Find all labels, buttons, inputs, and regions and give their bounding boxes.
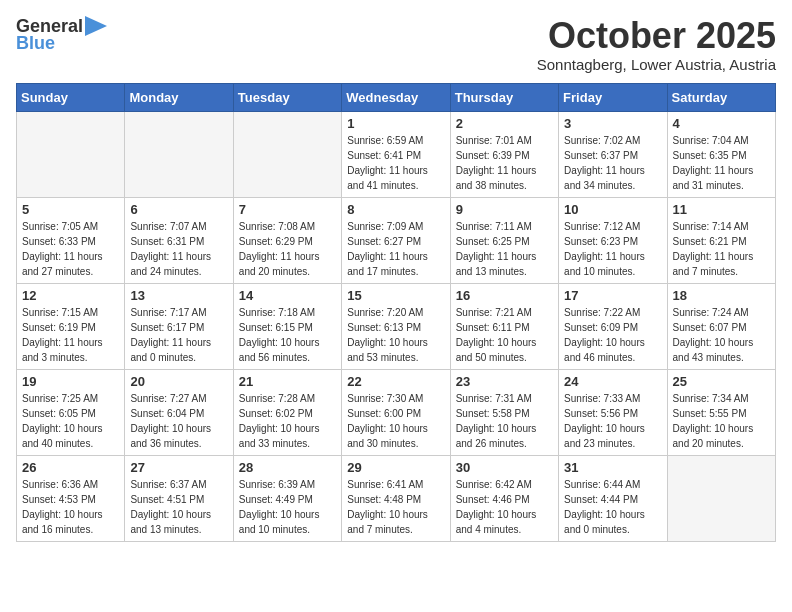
- day-info: Sunrise: 7:17 AMSunset: 6:17 PMDaylight:…: [130, 305, 227, 365]
- col-wednesday: Wednesday: [342, 83, 450, 111]
- month-title: October 2025: [537, 16, 776, 56]
- day-info: Sunrise: 7:25 AMSunset: 6:05 PMDaylight:…: [22, 391, 119, 451]
- table-row: 16Sunrise: 7:21 AMSunset: 6:11 PMDayligh…: [450, 283, 558, 369]
- day-number: 25: [673, 374, 770, 389]
- day-info: Sunrise: 6:39 AMSunset: 4:49 PMDaylight:…: [239, 477, 336, 537]
- day-number: 30: [456, 460, 553, 475]
- day-info: Sunrise: 7:12 AMSunset: 6:23 PMDaylight:…: [564, 219, 661, 279]
- table-row: 7Sunrise: 7:08 AMSunset: 6:29 PMDaylight…: [233, 197, 341, 283]
- table-row: 2Sunrise: 7:01 AMSunset: 6:39 PMDaylight…: [450, 111, 558, 197]
- day-number: 24: [564, 374, 661, 389]
- day-info: Sunrise: 7:15 AMSunset: 6:19 PMDaylight:…: [22, 305, 119, 365]
- title-block: October 2025 Sonntagberg, Lower Austria,…: [537, 16, 776, 73]
- day-number: 22: [347, 374, 444, 389]
- day-number: 21: [239, 374, 336, 389]
- day-number: 28: [239, 460, 336, 475]
- table-row: 19Sunrise: 7:25 AMSunset: 6:05 PMDayligh…: [17, 369, 125, 455]
- day-number: 4: [673, 116, 770, 131]
- col-sunday: Sunday: [17, 83, 125, 111]
- day-info: Sunrise: 7:08 AMSunset: 6:29 PMDaylight:…: [239, 219, 336, 279]
- table-row: [125, 111, 233, 197]
- day-number: 1: [347, 116, 444, 131]
- calendar-week-5: 26Sunrise: 6:36 AMSunset: 4:53 PMDayligh…: [17, 455, 776, 541]
- day-number: 23: [456, 374, 553, 389]
- table-row: 23Sunrise: 7:31 AMSunset: 5:58 PMDayligh…: [450, 369, 558, 455]
- day-info: Sunrise: 7:18 AMSunset: 6:15 PMDaylight:…: [239, 305, 336, 365]
- logo: General Blue: [16, 16, 107, 54]
- day-number: 11: [673, 202, 770, 217]
- table-row: 26Sunrise: 6:36 AMSunset: 4:53 PMDayligh…: [17, 455, 125, 541]
- day-info: Sunrise: 6:59 AMSunset: 6:41 PMDaylight:…: [347, 133, 444, 193]
- day-number: 14: [239, 288, 336, 303]
- day-info: Sunrise: 7:04 AMSunset: 6:35 PMDaylight:…: [673, 133, 770, 193]
- table-row: 6Sunrise: 7:07 AMSunset: 6:31 PMDaylight…: [125, 197, 233, 283]
- day-number: 27: [130, 460, 227, 475]
- day-info: Sunrise: 6:36 AMSunset: 4:53 PMDaylight:…: [22, 477, 119, 537]
- logo-arrow-icon: [85, 16, 107, 36]
- table-row: [233, 111, 341, 197]
- calendar-week-4: 19Sunrise: 7:25 AMSunset: 6:05 PMDayligh…: [17, 369, 776, 455]
- day-info: Sunrise: 7:09 AMSunset: 6:27 PMDaylight:…: [347, 219, 444, 279]
- col-saturday: Saturday: [667, 83, 775, 111]
- day-info: Sunrise: 7:21 AMSunset: 6:11 PMDaylight:…: [456, 305, 553, 365]
- day-number: 3: [564, 116, 661, 131]
- day-number: 10: [564, 202, 661, 217]
- day-number: 19: [22, 374, 119, 389]
- day-number: 7: [239, 202, 336, 217]
- calendar-header-row: Sunday Monday Tuesday Wednesday Thursday…: [17, 83, 776, 111]
- day-info: Sunrise: 7:27 AMSunset: 6:04 PMDaylight:…: [130, 391, 227, 451]
- table-row: 28Sunrise: 6:39 AMSunset: 4:49 PMDayligh…: [233, 455, 341, 541]
- table-row: 24Sunrise: 7:33 AMSunset: 5:56 PMDayligh…: [559, 369, 667, 455]
- table-row: 17Sunrise: 7:22 AMSunset: 6:09 PMDayligh…: [559, 283, 667, 369]
- table-row: 10Sunrise: 7:12 AMSunset: 6:23 PMDayligh…: [559, 197, 667, 283]
- table-row: 31Sunrise: 6:44 AMSunset: 4:44 PMDayligh…: [559, 455, 667, 541]
- day-info: Sunrise: 7:11 AMSunset: 6:25 PMDaylight:…: [456, 219, 553, 279]
- location-subtitle: Sonntagberg, Lower Austria, Austria: [537, 56, 776, 73]
- table-row: [667, 455, 775, 541]
- day-info: Sunrise: 6:37 AMSunset: 4:51 PMDaylight:…: [130, 477, 227, 537]
- day-info: Sunrise: 7:02 AMSunset: 6:37 PMDaylight:…: [564, 133, 661, 193]
- day-number: 31: [564, 460, 661, 475]
- table-row: 18Sunrise: 7:24 AMSunset: 6:07 PMDayligh…: [667, 283, 775, 369]
- calendar-week-3: 12Sunrise: 7:15 AMSunset: 6:19 PMDayligh…: [17, 283, 776, 369]
- page-header: General Blue October 2025 Sonntagberg, L…: [16, 16, 776, 73]
- day-info: Sunrise: 7:24 AMSunset: 6:07 PMDaylight:…: [673, 305, 770, 365]
- table-row: 29Sunrise: 6:41 AMSunset: 4:48 PMDayligh…: [342, 455, 450, 541]
- day-number: 26: [22, 460, 119, 475]
- table-row: 1Sunrise: 6:59 AMSunset: 6:41 PMDaylight…: [342, 111, 450, 197]
- day-number: 5: [22, 202, 119, 217]
- table-row: 3Sunrise: 7:02 AMSunset: 6:37 PMDaylight…: [559, 111, 667, 197]
- table-row: 5Sunrise: 7:05 AMSunset: 6:33 PMDaylight…: [17, 197, 125, 283]
- calendar-week-2: 5Sunrise: 7:05 AMSunset: 6:33 PMDaylight…: [17, 197, 776, 283]
- table-row: 4Sunrise: 7:04 AMSunset: 6:35 PMDaylight…: [667, 111, 775, 197]
- calendar-table: Sunday Monday Tuesday Wednesday Thursday…: [16, 83, 776, 542]
- day-number: 29: [347, 460, 444, 475]
- day-info: Sunrise: 6:42 AMSunset: 4:46 PMDaylight:…: [456, 477, 553, 537]
- table-row: 20Sunrise: 7:27 AMSunset: 6:04 PMDayligh…: [125, 369, 233, 455]
- logo-blue: Blue: [16, 33, 55, 54]
- day-info: Sunrise: 7:33 AMSunset: 5:56 PMDaylight:…: [564, 391, 661, 451]
- table-row: 30Sunrise: 6:42 AMSunset: 4:46 PMDayligh…: [450, 455, 558, 541]
- day-info: Sunrise: 7:05 AMSunset: 6:33 PMDaylight:…: [22, 219, 119, 279]
- col-thursday: Thursday: [450, 83, 558, 111]
- day-number: 9: [456, 202, 553, 217]
- table-row: 12Sunrise: 7:15 AMSunset: 6:19 PMDayligh…: [17, 283, 125, 369]
- day-info: Sunrise: 7:34 AMSunset: 5:55 PMDaylight:…: [673, 391, 770, 451]
- day-info: Sunrise: 6:41 AMSunset: 4:48 PMDaylight:…: [347, 477, 444, 537]
- day-number: 15: [347, 288, 444, 303]
- day-number: 16: [456, 288, 553, 303]
- day-number: 17: [564, 288, 661, 303]
- col-monday: Monday: [125, 83, 233, 111]
- table-row: 9Sunrise: 7:11 AMSunset: 6:25 PMDaylight…: [450, 197, 558, 283]
- day-info: Sunrise: 7:22 AMSunset: 6:09 PMDaylight:…: [564, 305, 661, 365]
- table-row: 25Sunrise: 7:34 AMSunset: 5:55 PMDayligh…: [667, 369, 775, 455]
- table-row: 8Sunrise: 7:09 AMSunset: 6:27 PMDaylight…: [342, 197, 450, 283]
- table-row: [17, 111, 125, 197]
- day-number: 13: [130, 288, 227, 303]
- table-row: 21Sunrise: 7:28 AMSunset: 6:02 PMDayligh…: [233, 369, 341, 455]
- table-row: 14Sunrise: 7:18 AMSunset: 6:15 PMDayligh…: [233, 283, 341, 369]
- day-info: Sunrise: 7:01 AMSunset: 6:39 PMDaylight:…: [456, 133, 553, 193]
- table-row: 11Sunrise: 7:14 AMSunset: 6:21 PMDayligh…: [667, 197, 775, 283]
- table-row: 13Sunrise: 7:17 AMSunset: 6:17 PMDayligh…: [125, 283, 233, 369]
- day-info: Sunrise: 7:20 AMSunset: 6:13 PMDaylight:…: [347, 305, 444, 365]
